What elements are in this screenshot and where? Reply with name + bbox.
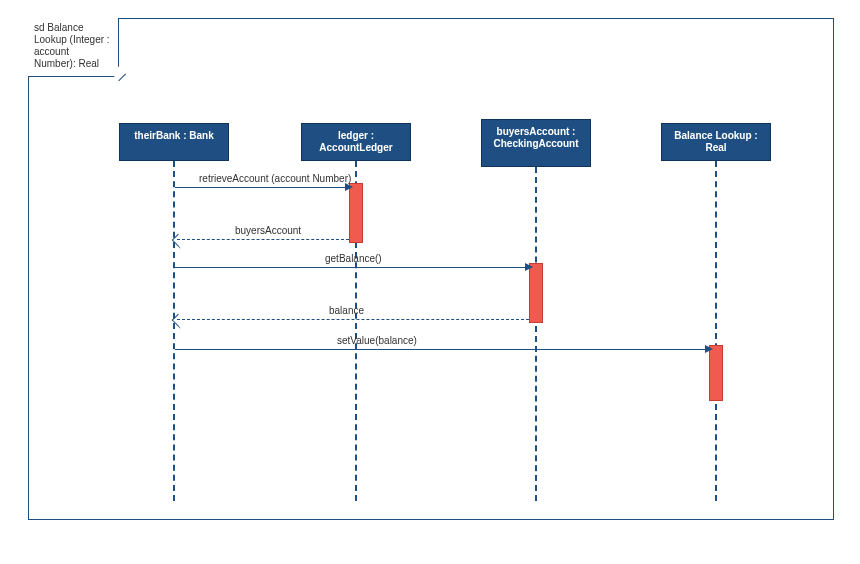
- message-line: [175, 349, 707, 350]
- message-line: [175, 267, 527, 268]
- activation-balance-lookup: [709, 345, 723, 401]
- frame-label: sd Balance Lookup (Integer : account Num…: [28, 18, 119, 77]
- message-label: retrieveAccount (account Number): [199, 173, 351, 184]
- lifeline-buyers-account: buyersAccount : CheckingAccount: [481, 119, 591, 167]
- lifeline-ledger: ledger : AccountLedger: [301, 123, 411, 161]
- lifeline-dash: [715, 161, 717, 501]
- activation-buyers-account: [529, 263, 543, 323]
- lifeline-balance-lookup: Balance Lookup : Real: [661, 123, 771, 161]
- arrow-right-icon: [345, 183, 353, 191]
- message-return-line: [177, 239, 349, 240]
- arrow-right-icon: [705, 345, 713, 353]
- message-label: balance: [329, 305, 364, 316]
- message-label: getBalance(): [325, 253, 382, 264]
- message-line: [175, 187, 347, 188]
- message-label: setValue(balance): [337, 335, 417, 346]
- message-return-line: [177, 319, 529, 320]
- arrow-right-icon: [525, 263, 533, 271]
- message-label: buyersAccount: [235, 225, 301, 236]
- sequence-frame: sd Balance Lookup (Integer : account Num…: [28, 18, 834, 520]
- diagram-canvas: sd Balance Lookup (Integer : account Num…: [0, 0, 860, 564]
- activation-ledger: [349, 183, 363, 243]
- lifeline-their-bank: theirBank : Bank: [119, 123, 229, 161]
- lifeline-dash: [173, 161, 175, 501]
- lifeline-dash: [535, 167, 537, 501]
